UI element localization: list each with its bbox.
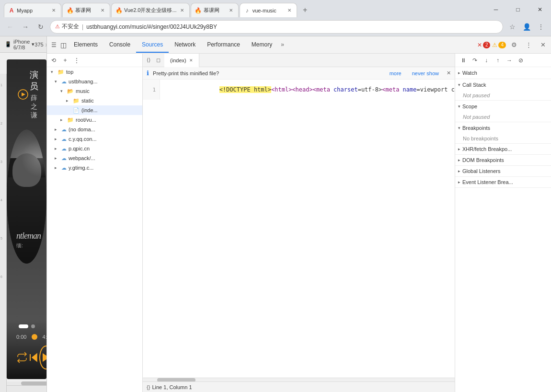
global-arrow: ▸ — [458, 169, 460, 173]
tab2-favicon: 🔥 — [67, 7, 73, 14]
event-header[interactable]: ▸ Event Listener Brea... — [455, 177, 551, 187]
tab-mukewang1[interactable]: 🔥 慕课网 ✕ — [62, 3, 110, 17]
play-button[interactable] — [39, 346, 46, 369]
tree-ustb[interactable]: ▾ ☁ ustbhuang... — [47, 77, 142, 86]
watch-header[interactable]: ▸ Watch — [455, 67, 551, 79]
reload-button[interactable]: ↻ — [34, 21, 47, 33]
tab-myapp[interactable]: A Myapp ✕ — [4, 3, 61, 17]
tab-performance[interactable]: Performance — [201, 37, 246, 53]
step-into-button[interactable]: ↓ — [481, 55, 492, 66]
tree-webpack[interactable]: ▸ ☁ webpack/... — [47, 153, 142, 163]
address-bar[interactable]: ⚠ 不安全 | ustbhuangyi.com/music/#/singer/0… — [50, 20, 503, 34]
tab3-close[interactable]: ✕ — [179, 7, 185, 14]
phone-simulator-panel: 📱 iPhone 6/7/8 ▾ 375 x 667 100% ▾ ⟳ ⋮ — [0, 36, 47, 392]
scope-content: Not paused — [455, 112, 551, 122]
repeat-button[interactable] — [16, 348, 28, 367]
tab-elements[interactable]: Elements — [68, 37, 103, 53]
tab1-close[interactable]: ✕ — [50, 7, 57, 14]
scope-header[interactable]: ▾ Scope — [455, 101, 551, 112]
svg-marker-2 — [43, 353, 46, 362]
total-time: 4:21 — [38, 334, 46, 340]
responsive-toggle[interactable]: 📱 iPhone 6/7/8 ▾ — [5, 39, 34, 50]
devtools-settings-button[interactable]: ⚙ — [508, 39, 520, 51]
horizontal-scrollbar[interactable] — [7, 381, 46, 385]
more-options-icon[interactable]: ⋮ — [535, 21, 547, 33]
tree-pqpic[interactable]: ▸ ☁ p.qpic.cn — [47, 144, 142, 153]
player-controls: 0:00 4:21 — [7, 320, 46, 379]
tree-arrow: ▸ — [55, 156, 59, 161]
tree-top[interactable]: ▾ 📁 top — [47, 67, 142, 77]
dom-arrow: ▸ — [458, 158, 460, 162]
protocol-label: 不安全 — [62, 23, 79, 31]
tab-vue-music[interactable]: ♪ vue-music ✕ — [240, 3, 297, 17]
tab-memory[interactable]: Memory — [246, 37, 278, 53]
pause-button[interactable]: ⏸ — [458, 55, 469, 66]
back-button[interactable]: ← — [4, 21, 16, 33]
code-area[interactable]: 1 <!DOCTYPE html><html><head><meta chars… — [143, 80, 455, 378]
tree-cyqq[interactable]: ▸ ☁ c.y.qq.con... — [47, 134, 142, 144]
xhr-section: ▸ XHR/fetch Breakpo... — [455, 144, 551, 155]
tab-vue2[interactable]: 🔥 Vue2.0开发企业级移... ✕ — [111, 3, 190, 17]
ruler-mark-300: 3 — [0, 160, 2, 163]
devtools-more-button[interactable]: ⋮ — [522, 39, 535, 51]
devtools-close-button[interactable]: ✕ — [537, 39, 549, 51]
deactivate-breakpoints-button[interactable]: ⊘ — [516, 55, 526, 66]
devtools-dock-icon[interactable]: ◫ — [58, 40, 68, 50]
tab4-close[interactable]: ✕ — [228, 7, 234, 14]
breakpoints-header[interactable]: ▾ Breakpoints — [455, 122, 551, 134]
folder-red-icon: 📁 — [67, 117, 74, 123]
code-file-browse[interactable]: ◻ — [154, 57, 162, 63]
code-tabs-left: ⟨⟩ ◻ — [143, 57, 164, 63]
bookmark-icon[interactable]: ☆ — [506, 21, 518, 33]
window-close-button[interactable]: ✕ — [529, 2, 551, 17]
tab-console[interactable]: Console — [103, 37, 136, 53]
ruler-mark-500: 5 — [0, 237, 2, 240]
progress-thumb — [32, 334, 37, 340]
step-out-button[interactable]: ↑ — [493, 55, 503, 66]
pretty-print-close[interactable]: ✕ — [447, 70, 451, 76]
current-time: 0:00 — [16, 334, 31, 340]
code-horizontal-scrollbar[interactable] — [143, 378, 455, 381]
format-icon[interactable]: {} — [147, 384, 150, 390]
code-tab-index[interactable]: (index) ✕ — [164, 54, 199, 67]
tree-nodomain[interactable]: ▸ ☁ (no doma... — [47, 125, 142, 134]
tree-music[interactable]: ▾ 📂 music — [47, 86, 142, 96]
tree-static[interactable]: ▸ 📁 static — [47, 96, 142, 105]
devtools-sidebar-toggle[interactable]: ☰ — [49, 40, 58, 50]
tab-mukewang2[interactable]: 🔥 慕课网 ✕ — [191, 3, 239, 17]
xhr-header[interactable]: ▸ XHR/fetch Breakpo... — [455, 144, 551, 154]
forward-button[interactable]: → — [19, 21, 32, 33]
tab-network[interactable]: Network — [169, 37, 201, 53]
filetree-add-icon[interactable]: + — [60, 56, 70, 65]
tree-root[interactable]: ▸ 📁 root/vu... — [47, 115, 142, 125]
never-show-link[interactable]: never show — [412, 70, 439, 76]
ruler-mark-400: 4 — [0, 198, 2, 202]
tab-sources[interactable]: Sources — [136, 37, 169, 53]
folder-icon: 📁 — [73, 98, 80, 104]
more-link[interactable]: more — [390, 70, 402, 76]
music-header: 演员 薛之谦 — [7, 59, 46, 125]
meta-tag2: <meta — [382, 86, 399, 93]
tab2-close[interactable]: ✕ — [99, 7, 106, 14]
code-panel-toggle[interactable]: ⟨⟩ — [145, 57, 152, 63]
tab5-close[interactable]: ✕ — [286, 7, 293, 14]
dom-header[interactable]: ▸ DOM Breakpoints — [455, 155, 551, 165]
window-minimize-button[interactable]: ─ — [485, 2, 507, 17]
user-icon[interactable]: 👤 — [520, 21, 533, 33]
filetree-sync-icon[interactable]: ⟲ — [49, 56, 58, 65]
call-stack-header[interactable]: ▾ Call Stack — [455, 79, 551, 91]
tree-arrow: ▾ — [51, 69, 56, 74]
devtools-more-tabs[interactable]: » — [278, 37, 287, 53]
new-tab-button[interactable]: + — [298, 3, 312, 17]
tree-ygtimg[interactable]: ▸ ☁ y.gtimg.c... — [47, 163, 142, 173]
window-maximize-button[interactable]: □ — [507, 2, 529, 17]
step-over-button[interactable]: ↷ — [470, 55, 480, 66]
filetree-more-icon[interactable]: ⋮ — [72, 56, 81, 65]
tab5-title: vue-music — [253, 8, 284, 13]
tree-index-file[interactable]: 📄 (inde... — [47, 105, 142, 115]
global-header[interactable]: ▸ Global Listeners — [455, 166, 551, 176]
previous-button[interactable] — [28, 348, 39, 367]
cloud-icon: ☁ — [61, 127, 67, 133]
step-button[interactable]: → — [504, 55, 515, 66]
folder-blue-icon: 📂 — [67, 88, 74, 94]
